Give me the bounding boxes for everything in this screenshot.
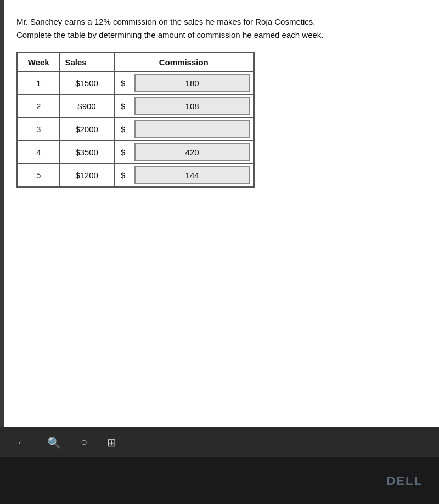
week-cell: 1 [18, 72, 60, 95]
week-cell: 3 [18, 118, 60, 141]
description-line2: Complete the table by determining the am… [16, 29, 423, 42]
table-row: 4$3500$ [18, 141, 254, 164]
commission-cell [131, 164, 253, 187]
commission-cell [131, 72, 253, 95]
dollar-sign: $ [114, 164, 131, 187]
table-row: 3$2000$ [18, 118, 254, 141]
commission-cell [131, 141, 253, 164]
sales-cell: $3500 [59, 141, 114, 164]
sales-header: Sales [59, 53, 114, 72]
table-row: 2$900$ [18, 95, 254, 118]
multitask-icon[interactable]: ⊞ [107, 436, 116, 449]
commission-input-row-5[interactable] [134, 166, 250, 184]
table-header-row: Week Sales Commission [18, 53, 254, 72]
commission-input-row-3[interactable] [134, 120, 250, 138]
dollar-sign: $ [114, 95, 131, 118]
commission-cell [131, 95, 253, 118]
commission-input-row-2[interactable] [134, 97, 250, 115]
commission-table-wrapper: Week Sales Commission 1$1500$2$900$3$200… [16, 52, 255, 188]
week-cell: 5 [18, 164, 60, 187]
description-block: Mr. Sanchey earns a 12% commission on th… [16, 15, 423, 42]
dollar-sign: $ [114, 72, 131, 95]
table-row: 5$1200$ [18, 164, 254, 187]
taskbar-bottom: DELL [0, 457, 439, 504]
commission-cell [131, 118, 253, 141]
sales-cell: $1500 [59, 72, 114, 95]
commission-header: Commission [114, 53, 253, 72]
back-button[interactable]: ← [16, 436, 27, 449]
search-icon[interactable]: 🔍 [47, 436, 61, 449]
home-button[interactable]: ○ [81, 436, 87, 449]
left-accent-bar [0, 0, 4, 428]
week-header: Week [18, 53, 60, 72]
sales-cell: $1200 [59, 164, 114, 187]
dell-logo: DELL [387, 474, 423, 488]
dollar-sign: $ [114, 118, 131, 141]
taskbar-top: ← 🔍 ○ ⊞ [0, 427, 439, 457]
commission-input-row-4[interactable] [134, 143, 250, 161]
commission-table: Week Sales Commission 1$1500$2$900$3$200… [18, 53, 254, 187]
commission-input-row-1[interactable] [134, 74, 250, 92]
main-content: Mr. Sanchey earns a 12% commission on th… [0, 0, 439, 428]
week-cell: 2 [18, 95, 60, 118]
table-row: 1$1500$ [18, 72, 254, 95]
dollar-sign: $ [114, 141, 131, 164]
sales-cell: $900 [59, 95, 114, 118]
sales-cell: $2000 [59, 118, 114, 141]
week-cell: 4 [18, 141, 60, 164]
description-line1: Mr. Sanchey earns a 12% commission on th… [16, 15, 423, 29]
taskbar: ← 🔍 ○ ⊞ DELL [0, 427, 439, 504]
